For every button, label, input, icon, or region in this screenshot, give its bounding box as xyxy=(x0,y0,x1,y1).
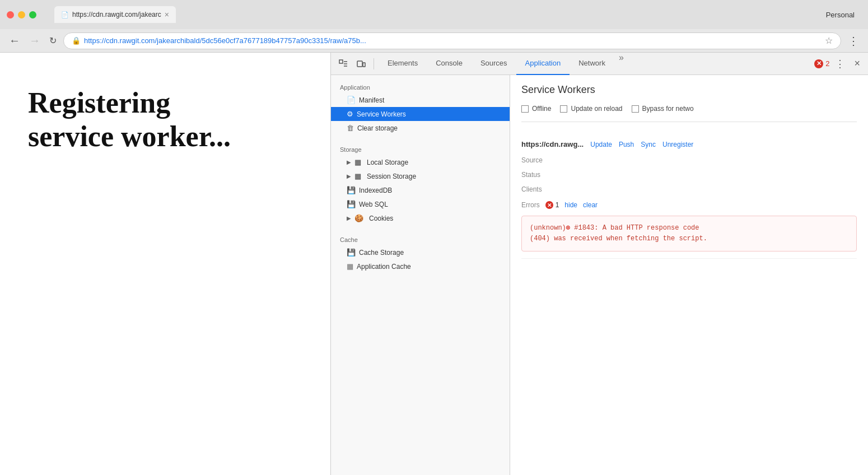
service-workers-label: Service Workers xyxy=(357,110,406,118)
svg-rect-0 xyxy=(339,60,343,63)
clients-label: Clients xyxy=(521,184,566,194)
browser-tab[interactable]: 📄 https://cdn.rawgit.com/jakearc × xyxy=(54,6,176,23)
forward-button[interactable]: → xyxy=(27,32,43,49)
cookies-arrow-icon: ▶ xyxy=(347,215,351,221)
devtools-right-panel: Service Workers Offline Update on reload xyxy=(510,75,868,475)
error-badge[interactable]: ✕ 2 xyxy=(814,59,829,68)
sw-push-link[interactable]: Push xyxy=(619,141,634,148)
sw-entry: https://cdn.rawg... Update Push Sync Unr… xyxy=(521,133,857,259)
clear-errors-link[interactable]: clear xyxy=(583,201,598,209)
sidebar-item-session-storage[interactable]: ▶ ▦ Session Storage xyxy=(331,169,510,183)
update-on-reload-checkbox-label[interactable]: Update on reload xyxy=(560,105,622,113)
tab-sources[interactable]: Sources xyxy=(472,53,516,75)
cookies-label: Cookies xyxy=(369,215,393,222)
cookies-dot-icon: 🍪 xyxy=(354,214,363,222)
session-storage-label: Session Storage xyxy=(367,173,416,180)
source-value xyxy=(566,155,857,165)
devtools-tabs: Elements Console Sources Application Net… xyxy=(379,53,812,75)
devtools-close-button[interactable]: × xyxy=(851,55,864,72)
minimize-traffic-light[interactable] xyxy=(18,11,25,18)
offline-checkbox-label[interactable]: Offline xyxy=(521,105,551,113)
service-workers-icon: ⚙ xyxy=(347,110,353,118)
sidebar-item-local-storage[interactable]: ▶ ▦ Local Storage xyxy=(331,155,510,169)
indexeddb-label: IndexedDB xyxy=(359,187,392,194)
sw-url: https://cdn.rawg... xyxy=(521,140,584,148)
manifest-icon: 📄 xyxy=(347,96,356,104)
devtools-more-button[interactable]: ⋮ xyxy=(832,55,848,72)
bypass-for-network-checkbox-label[interactable]: Bypass for netwo xyxy=(632,105,694,113)
url-display: https://cdn.rawgit.com/jakearchibald/5dc… xyxy=(84,36,822,45)
local-storage-grid-icon: ▦ xyxy=(354,158,361,166)
devtools-body: Application 📄 Manifest ⚙ Service Workers… xyxy=(331,75,868,475)
update-on-reload-label: Update on reload xyxy=(571,105,622,113)
errors-count-value: 1 xyxy=(556,201,559,209)
web-sql-label: Web SQL xyxy=(359,201,388,208)
cache-storage-icon: 💾 xyxy=(347,248,356,257)
bypass-for-network-label: Bypass for netwo xyxy=(642,105,694,113)
sidebar-item-indexeddb[interactable]: 💾 IndexedDB xyxy=(331,183,510,197)
tab-console[interactable]: Console xyxy=(427,53,472,75)
error-text: (unknown)⊗ #1843: A bad HTTP response co… xyxy=(530,223,848,244)
error-line-2: (404) was received when fetching the scr… xyxy=(530,235,707,243)
more-tabs-button[interactable]: » xyxy=(614,53,628,75)
errors-count-display: ✕ 1 xyxy=(545,201,559,209)
bypass-for-network-checkbox[interactable] xyxy=(632,105,639,113)
local-storage-arrow-icon: ▶ xyxy=(347,159,351,165)
errors-label: Errors xyxy=(521,201,540,209)
clear-storage-icon: 🗑 xyxy=(347,124,354,132)
cache-storage-label: Cache Storage xyxy=(359,249,404,257)
devtools-left-panel: Application 📄 Manifest ⚙ Service Workers… xyxy=(331,75,510,475)
error-count-icon: ✕ xyxy=(814,59,823,68)
sidebar-item-cache-storage[interactable]: 💾 Cache Storage xyxy=(331,245,510,259)
sw-update-link[interactable]: Update xyxy=(590,141,612,148)
tab-application[interactable]: Application xyxy=(516,53,570,75)
clients-value xyxy=(566,184,857,194)
sidebar-item-clear-storage[interactable]: 🗑 Clear storage xyxy=(331,121,510,135)
sw-checkboxes: Offline Update on reload Bypass for netw… xyxy=(521,105,857,122)
svg-rect-5 xyxy=(363,63,365,67)
maximize-traffic-light[interactable] xyxy=(29,11,36,18)
application-cache-icon: ▦ xyxy=(347,262,353,271)
tab-close-button[interactable]: × xyxy=(165,10,169,19)
hide-errors-link[interactable]: hide xyxy=(564,201,577,209)
bookmark-star-icon[interactable]: ☆ xyxy=(825,35,833,46)
tab-page-icon: 📄 xyxy=(61,11,69,18)
new-tab-button[interactable] xyxy=(183,6,199,23)
personal-label: Personal xyxy=(826,11,855,19)
tab-elements[interactable]: Elements xyxy=(379,53,427,75)
tab-title: https://cdn.rawgit.com/jakearc xyxy=(72,11,161,18)
update-on-reload-checkbox[interactable] xyxy=(560,105,567,113)
panel-title: Service Workers xyxy=(521,84,857,96)
offline-checkbox[interactable] xyxy=(521,105,529,113)
sw-errors-row: Errors ✕ 1 hide clear xyxy=(521,201,857,209)
reload-button[interactable]: ↻ xyxy=(47,33,59,48)
manifest-label: Manifest xyxy=(359,96,384,104)
sidebar-item-cookies[interactable]: ▶ 🍪 Cookies xyxy=(331,211,510,225)
indexeddb-icon: 💾 xyxy=(347,186,356,194)
error-message-box: (unknown)⊗ #1843: A bad HTTP response co… xyxy=(521,216,857,252)
tab-network[interactable]: Network xyxy=(570,53,614,75)
sidebar-item-service-workers[interactable]: ⚙ Service Workers xyxy=(331,107,510,121)
devtools-panel: Elements Console Sources Application Net… xyxy=(330,53,868,475)
sidebar-item-application-cache[interactable]: ▦ Application Cache xyxy=(331,259,510,273)
browser-window: 📄 https://cdn.rawgit.com/jakearc × Perso… xyxy=(0,0,868,475)
sidebar-item-web-sql[interactable]: 💾 Web SQL xyxy=(331,197,510,211)
source-label: Source xyxy=(521,155,566,165)
close-traffic-light[interactable] xyxy=(7,11,14,18)
offline-label: Offline xyxy=(532,105,551,113)
status-value xyxy=(566,170,857,180)
address-bar[interactable]: 🔒 https://cdn.rawgit.com/jakearchibald/5… xyxy=(63,32,841,49)
toolbar-divider xyxy=(374,58,374,69)
clear-storage-label: Clear storage xyxy=(357,124,398,132)
sw-info-grid: Source Status Clients xyxy=(521,155,857,194)
session-storage-arrow-icon: ▶ xyxy=(347,173,351,179)
device-toolbar-button[interactable] xyxy=(353,57,369,71)
inspect-element-button[interactable] xyxy=(335,57,351,71)
back-button[interactable]: ← xyxy=(7,32,22,49)
browser-menu-button[interactable]: ⋮ xyxy=(846,32,861,50)
title-bar: 📄 https://cdn.rawgit.com/jakearc × Perso… xyxy=(0,0,868,29)
sw-url-row: https://cdn.rawg... Update Push Sync Unr… xyxy=(521,140,857,148)
sw-sync-link[interactable]: Sync xyxy=(641,141,656,148)
sidebar-item-manifest[interactable]: 📄 Manifest xyxy=(331,93,510,107)
sw-unregister-link[interactable]: Unregister xyxy=(662,141,693,148)
